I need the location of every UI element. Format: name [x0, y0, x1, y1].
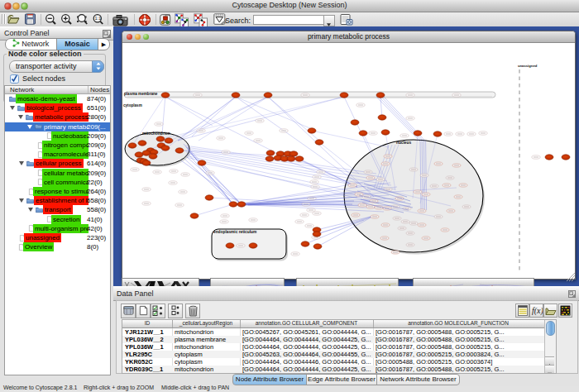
- svg-text:nucleus: nucleus: [396, 141, 411, 145]
- svg-text:plasma membrane: plasma membrane: [124, 92, 158, 96]
- svg-text:mitochondrion: mitochondrion: [142, 131, 170, 136]
- svg-text:1:1: 1:1: [95, 16, 102, 21]
- svg-text:unassigned: unassigned: [518, 64, 538, 68]
- svg-text:cytoplasm: cytoplasm: [123, 103, 142, 108]
- svg-text:f(x): f(x): [532, 306, 543, 316]
- svg-text:endoplasmic reticulum: endoplasmic reticulum: [213, 230, 256, 234]
